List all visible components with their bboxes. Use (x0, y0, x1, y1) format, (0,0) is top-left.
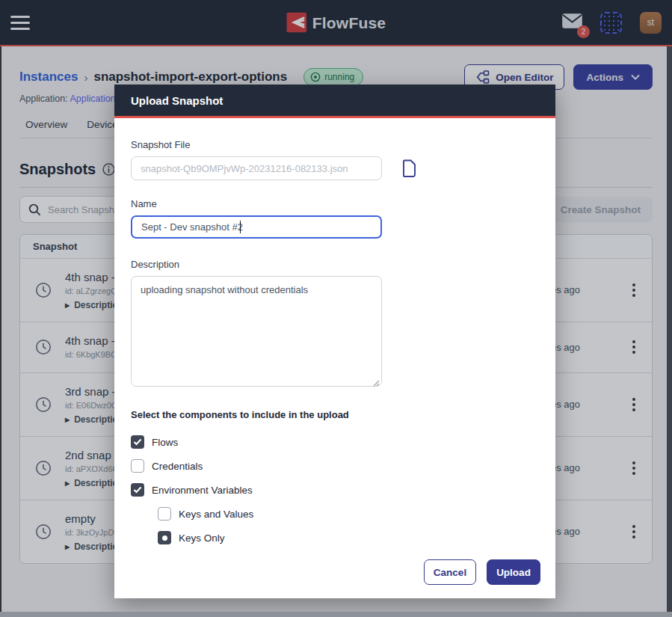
option-flows[interactable]: Flows (131, 435, 539, 449)
app-root: FlowFuse 2 st Instances › snapshot-impo (0, 0, 672, 612)
description-label: Description (131, 259, 539, 270)
snapshot-file-input[interactable] (131, 156, 382, 180)
checkbox-checked-icon[interactable] (131, 483, 144, 497)
upload-button[interactable]: Upload (487, 559, 540, 585)
option-environment-variables[interactable]: Environment Variables (131, 483, 539, 497)
file-icon[interactable] (401, 159, 417, 178)
upload-snapshot-dialog: Upload Snapshot Snapshot File Name Descr… (114, 85, 555, 598)
radio-selected-icon[interactable] (158, 531, 171, 544)
description-textarea[interactable]: uploading snapshot without credentials (131, 276, 382, 387)
dialog-header: Upload Snapshot (114, 85, 555, 118)
resize-grip-icon[interactable] (372, 379, 380, 387)
window-border-bottom (0, 612, 672, 617)
window-frame: FlowFuse 2 st Instances › snapshot-impo (0, 0, 672, 617)
option-credentials[interactable]: Credentials (131, 459, 539, 473)
components-label: Select the components to include in the … (131, 409, 539, 420)
text-caret (240, 221, 241, 233)
name-label: Name (131, 198, 539, 209)
option-keys-only[interactable]: Keys Only (158, 531, 539, 544)
checkbox-checked-icon[interactable] (131, 435, 144, 449)
option-keys-and-values[interactable]: Keys and Values (158, 507, 539, 521)
checkbox-unchecked-icon[interactable] (131, 459, 144, 473)
snapshot-file-label: Snapshot File (131, 139, 539, 150)
dialog-title: Upload Snapshot (131, 94, 223, 107)
checkbox-unchecked-icon[interactable] (158, 507, 171, 521)
cancel-button[interactable]: Cancel (424, 559, 476, 585)
name-input[interactable] (131, 215, 382, 239)
